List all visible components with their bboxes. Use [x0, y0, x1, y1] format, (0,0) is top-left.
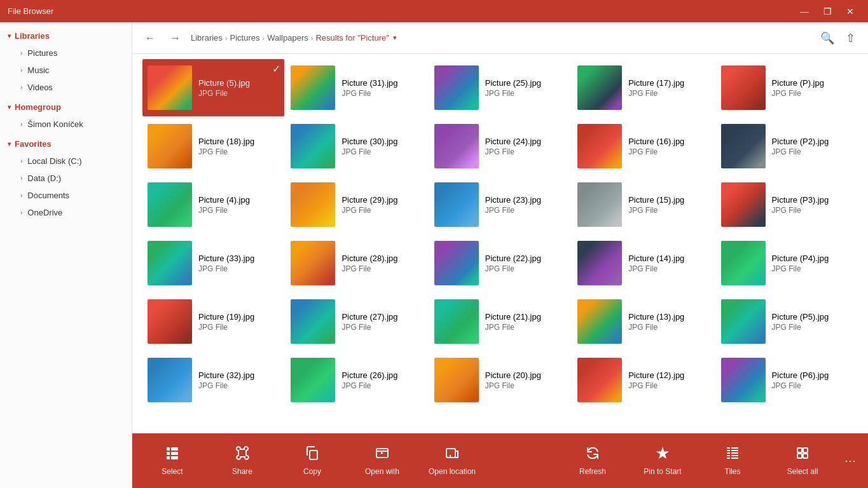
file-thumbnail: [291, 241, 335, 285]
file-item[interactable]: Picture (31).jpgJPG File: [286, 59, 427, 116]
file-info: Picture (20).jpgJPG File: [485, 370, 566, 390]
file-info: Picture (12).jpgJPG File: [628, 370, 709, 390]
open-location-icon: [444, 445, 460, 464]
file-item[interactable]: Picture (P).jpgJPG File: [716, 59, 858, 116]
file-info: Picture (P3).jpgJPG File: [772, 195, 853, 215]
file-item[interactable]: Picture (19).jpgJPG File: [142, 293, 284, 350]
file-type: JPG File: [341, 381, 422, 390]
toolbar-copy[interactable]: Copy: [277, 435, 347, 486]
toolbar-tiles[interactable]: Tiles: [698, 435, 768, 486]
select-label: Select: [162, 467, 183, 476]
svg-rect-5: [171, 456, 178, 459]
chevron-right-icon: ›: [20, 67, 22, 74]
file-type: JPG File: [485, 381, 566, 390]
sidebar-group-homegroup-header[interactable]: ▾ Homegroup: [0, 98, 132, 116]
sidebar-item-onedrive[interactable]: › OneDrive: [0, 204, 132, 221]
chevron-down-icon: ▾: [8, 32, 11, 39]
sidebar-item-pictures[interactable]: › Pictures: [0, 44, 132, 62]
file-item[interactable]: Picture (15).jpgJPG File: [572, 176, 714, 233]
share-icon: [235, 445, 250, 464]
file-name: Picture (23).jpg: [485, 195, 566, 205]
more-button[interactable]: ⋯: [837, 435, 863, 486]
sidebar-item-local-disk[interactable]: › Local Disk (C:): [0, 152, 132, 170]
toolbar-pin-to-start[interactable]: Pin to Start: [628, 435, 698, 486]
refresh-icon: [585, 445, 600, 464]
back-button[interactable]: ←: [140, 28, 160, 48]
search-button[interactable]: 🔍: [817, 28, 837, 48]
file-item[interactable]: Picture (29).jpgJPG File: [286, 176, 427, 233]
file-item[interactable]: Picture (27).jpgJPG File: [286, 293, 427, 350]
chevron-down-icon[interactable]: ▾: [393, 34, 397, 42]
up-button[interactable]: ⇧: [840, 28, 860, 48]
close-button[interactable]: ✕: [840, 3, 860, 20]
breadcrumb-pictures[interactable]: Pictures: [230, 33, 260, 43]
file-item[interactable]: Picture (24).jpgJPG File: [429, 118, 571, 175]
sidebar-item-user[interactable]: › Šimon Koníček: [0, 116, 132, 133]
file-thumbnail: [721, 65, 766, 110]
file-item[interactable]: Picture (21).jpgJPG File: [429, 293, 571, 350]
file-item[interactable]: Picture (26).jpgJPG File: [286, 351, 427, 409]
file-info: Picture (28).jpgJPG File: [341, 254, 422, 273]
sidebar-item-videos[interactable]: › Videos: [0, 79, 132, 96]
file-type: JPG File: [485, 89, 566, 98]
file-item[interactable]: Picture (25).jpgJPG File: [429, 59, 571, 116]
file-thumbnail: [434, 182, 479, 227]
file-item[interactable]: Picture (P3).jpgJPG File: [716, 176, 858, 233]
sidebar-group-favorites-header[interactable]: ▾ Favorites: [0, 135, 132, 152]
file-thumbnail: [291, 124, 335, 168]
file-item[interactable]: Picture (30).jpgJPG File: [286, 118, 427, 175]
breadcrumb-libraries[interactable]: Libraries: [191, 33, 223, 43]
svg-rect-10: [727, 450, 730, 451]
file-type: JPG File: [628, 89, 709, 98]
sidebar-group-homegroup: ▾ Homegroup › Šimon Koníček: [0, 98, 132, 133]
file-thumbnail: [148, 124, 192, 168]
file-item[interactable]: Picture (P4).jpgJPG File: [716, 234, 858, 292]
file-item[interactable]: Picture (12).jpgJPG File: [572, 351, 714, 409]
file-item[interactable]: Picture (22).jpgJPG File: [429, 234, 571, 292]
file-type: JPG File: [341, 323, 422, 332]
file-item[interactable]: Picture (18).jpgJPG File: [142, 118, 284, 175]
file-info: Picture (32).jpgJPG File: [198, 370, 279, 390]
file-type: JPG File: [485, 206, 566, 215]
sidebar-item-music[interactable]: › Music: [0, 62, 132, 79]
file-item[interactable]: Picture (P2).jpgJPG File: [716, 118, 858, 175]
sidebar-group-libraries: ▾ Libraries › Pictures › Music › Videos: [0, 27, 132, 96]
minimize-button[interactable]: —: [794, 3, 815, 20]
breadcrumb-sep-1: ›: [225, 34, 228, 42]
file-item[interactable]: Picture (32).jpgJPG File: [142, 351, 284, 409]
file-item[interactable]: Picture (20).jpgJPG File: [429, 351, 571, 409]
maximize-button[interactable]: ❐: [817, 3, 837, 20]
file-type: JPG File: [628, 264, 709, 273]
toolbar-share[interactable]: Share: [207, 435, 277, 486]
file-thumbnail: [291, 358, 335, 402]
file-name: Picture (30).jpg: [341, 137, 422, 146]
file-item[interactable]: Picture (33).jpgJPG File: [142, 234, 284, 292]
toolbar-open-location[interactable]: Open location: [417, 435, 487, 486]
file-item[interactable]: Picture (28).jpgJPG File: [286, 234, 427, 292]
file-name: Picture (P3).jpg: [772, 195, 853, 205]
file-item[interactable]: Picture (5).jpgJPG File✓: [142, 59, 284, 116]
file-thumbnail: [577, 182, 622, 227]
file-name: Picture (17).jpg: [628, 78, 709, 88]
file-item[interactable]: Picture (P6).jpgJPG File: [716, 351, 858, 409]
sidebar-group-libraries-header[interactable]: ▾ Libraries: [0, 27, 132, 44]
sidebar-item-data-d[interactable]: › Data (D:): [0, 170, 132, 187]
toolbar-open-with[interactable]: Open with: [347, 435, 417, 486]
file-item[interactable]: Picture (13).jpgJPG File: [572, 293, 714, 350]
file-item[interactable]: Picture (14).jpgJPG File: [572, 234, 714, 292]
file-item[interactable]: Picture (23).jpgJPG File: [429, 176, 571, 233]
breadcrumb-wallpapers[interactable]: Wallpapers: [267, 33, 308, 43]
tiles-label: Tiles: [725, 467, 741, 476]
file-name: Picture (24).jpg: [485, 137, 566, 146]
file-type: JPG File: [628, 323, 709, 332]
sidebar-item-documents[interactable]: › Documents: [0, 187, 132, 204]
breadcrumb-current[interactable]: Results for "Picture": [315, 33, 389, 43]
file-item[interactable]: Picture (16).jpgJPG File: [572, 118, 714, 175]
toolbar-select-all[interactable]: Select all: [768, 435, 837, 486]
file-item[interactable]: Picture (17).jpgJPG File: [572, 59, 714, 116]
file-item[interactable]: Picture (4).jpgJPG File: [142, 176, 284, 233]
toolbar-select[interactable]: Select: [137, 435, 207, 486]
forward-button[interactable]: →: [165, 28, 186, 48]
file-item[interactable]: Picture (P5).jpgJPG File: [716, 293, 858, 350]
toolbar-refresh[interactable]: Refresh: [558, 435, 628, 486]
